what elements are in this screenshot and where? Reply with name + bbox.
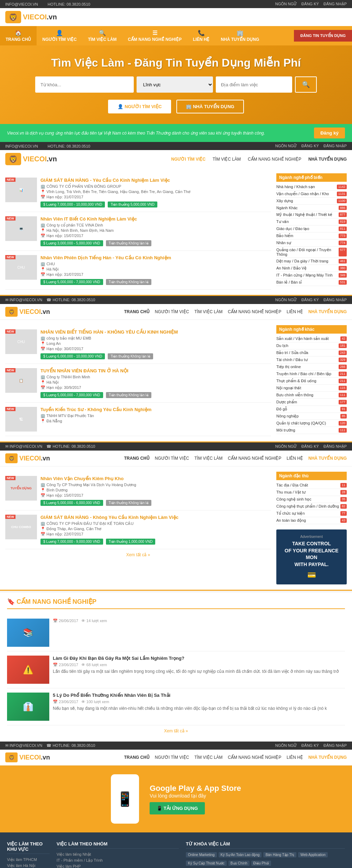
nav-dangtin-button[interactable]: ĐĂNG TIN TUYỂN DỤNG — [294, 30, 352, 42]
nav-lienhe[interactable]: 📞 LIÊN HỆ — [187, 26, 215, 45]
cat-item[interactable]: Công nghệ thực phẩm / Dinh dưỡng82 — [276, 503, 347, 510]
cat-item[interactable]: Tài chính / Đầu tư329 — [276, 356, 347, 364]
h3-timviec[interactable]: TÌM VIỆC LÀM — [194, 309, 222, 314]
login-3[interactable]: ĐĂNG NHẬP — [323, 298, 347, 302]
keyword-tag[interactable]: Bán Hàng Tập Thị — [263, 852, 296, 857]
h4-nguoitimviec[interactable]: NGƯỜI TÌM VIỆC — [155, 456, 189, 461]
h4-timviec[interactable]: TÌM VIỆC LÀM — [194, 456, 222, 461]
h5-lienhe[interactable]: LIÊN HỆ — [287, 755, 303, 760]
cat-item[interactable]: Tiếp thị online266 — [276, 364, 347, 371]
h4-trangchu[interactable]: TRANG CHỦ — [124, 456, 150, 461]
nav-timviec[interactable]: 🔍 TÌM VIỆC LÀM — [82, 26, 122, 45]
h3-camnang[interactable]: CẨM NANG NGHỀ NGHIỆP — [228, 309, 281, 314]
download-button[interactable]: 📱 TẢI ỨNG DỤNG — [150, 802, 205, 814]
nav-trangchu[interactable]: 🏠 TRANG CHỦ — [0, 26, 37, 45]
job-title[interactable]: Tuyển Kiến Trúc Sư - Không Yêu Cầu Kinh … — [40, 407, 271, 412]
language-4[interactable]: NGÔN NGỮ — [275, 444, 297, 448]
h5-nhatuyendung[interactable]: NHÀ TUYỂN DỤNG — [308, 755, 347, 760]
cat-item[interactable]: Bán lẻ / Bán sỉ531 — [276, 279, 347, 286]
login-5[interactable]: ĐĂNG NHẬP — [323, 743, 347, 748]
sec-nav-camnang[interactable]: CẨM NANG NGHỀ NGHIỆP — [248, 157, 301, 162]
cat-item[interactable]: Thực phẩm & Đồ uống211 — [276, 378, 347, 385]
cat-item[interactable]: Thu mua / Vật tư28 — [276, 489, 347, 496]
h4-camnang[interactable]: CẨM NANG NGHỀ NGHIỆP — [228, 456, 281, 461]
h4-lienhe[interactable]: LIÊN HỆ — [287, 456, 303, 461]
cat-item[interactable]: Nội ngoại thất115 — [276, 385, 347, 392]
job-title[interactable]: NHÂN VIÊN BIẾT TIẾNG HÀN - KHÔNG YÊU CẦU… — [40, 329, 271, 335]
login-link-2[interactable]: ĐĂNG NHẬP — [323, 144, 347, 148]
article-title-2[interactable]: Làm Gì Đây Khi Bạn Đã Gây Ra Một Sai Lầm… — [53, 656, 339, 661]
h5-timviec[interactable]: TÌM VIỆC LÀM — [194, 755, 222, 760]
register-link[interactable]: ĐĂNG KÝ — [301, 2, 319, 6]
footer-link[interactable]: Việc làm tiếng Nhật — [57, 852, 179, 857]
cat-item[interactable]: Tổ chức sự kiện77 — [276, 510, 347, 517]
nav-nhatuyendung[interactable]: 🏢 NHÀ TUYỂN DỤNG — [215, 26, 265, 45]
cat-item[interactable]: Đồ gỗ91 — [276, 406, 347, 413]
cat-item[interactable]: Tư vấn819 — [276, 218, 347, 225]
cat-item[interactable]: Xây dựng1100 — [276, 198, 347, 205]
register-5[interactable]: ĐĂNG KÝ — [301, 743, 319, 748]
sec-nav-nhatuyendung[interactable]: NHÀ TUYỂN DỤNG — [308, 157, 347, 162]
cat-item[interactable]: Quản lý chất lượng (QA/QC)120 — [276, 420, 347, 427]
job-title[interactable]: Nhân Viên IT Biết Có Kinh Nghiệm Làm Việ… — [40, 216, 271, 222]
job-title[interactable]: TUYỂN NHÂN VIÊN ĐÁNG TIN Ở HÀ NỘI — [40, 368, 271, 373]
cat-item[interactable]: IT - Phần cứng / Mạng Máy Tính349 — [276, 272, 347, 279]
h3-lienhe[interactable]: LIÊN HỆ — [287, 309, 303, 314]
cat-item[interactable]: Công nghệ sinh học35 — [276, 496, 347, 503]
h3-trangchu[interactable]: TRANG CHỦ — [124, 309, 150, 314]
footer-link[interactable]: Việc làm TPHCM — [7, 857, 50, 862]
cat-item[interactable]: Dược phẩm177 — [276, 399, 347, 406]
cat-item[interactable]: Ngành Khác886 — [276, 205, 347, 211]
language-link-2[interactable]: NGÔN NGỮ — [275, 144, 297, 148]
cat-item[interactable]: Tác địa / Địa Chất11 — [276, 482, 347, 489]
job-title[interactable]: Nhân Viên Vận Chuyển Kiêm Phụ Kho — [40, 476, 271, 481]
keyword-input[interactable] — [35, 76, 134, 93]
career-see-more-link[interactable]: Xem tất cả » — [164, 728, 188, 733]
h3-nguoitimviec[interactable]: NGƯỜI TÌM VIỆC — [155, 309, 189, 314]
cat-item[interactable]: Du lịch181 — [276, 342, 347, 349]
cat-item[interactable]: Bảo hiểm773 — [276, 232, 347, 240]
cat-item[interactable]: Bưu chính viễn thông111 — [276, 392, 347, 399]
language-5[interactable]: NGÔN NGỮ — [275, 743, 297, 748]
cat-item[interactable]: Môi trường111 — [276, 427, 347, 434]
cat-item[interactable]: Sản xuất / Vận hành sản xuất42 — [276, 335, 347, 342]
cat-item[interactable]: An Ninh / Bảo Vệ380 — [276, 265, 347, 272]
job-title[interactable]: GIÁM SÁT BÁN HÀNG - Không Yêu Cầu Kinh N… — [40, 515, 271, 520]
register-4[interactable]: ĐĂNG KÝ — [301, 444, 319, 448]
footer-link[interactable]: Việc làm Hà Nội — [7, 863, 50, 868]
job-title[interactable]: GIÁM SÁT BÁN HÀNG - Yêu Cầu Có Kinh Nghi… — [40, 178, 271, 183]
cat-item[interactable]: Nhân sự774 — [276, 240, 347, 247]
login-link[interactable]: ĐĂNG NHẬP — [323, 2, 347, 6]
field-select[interactable]: Lĩnh vực — [137, 76, 213, 93]
h3-nhatuyendung[interactable]: NHÀ TUYỂN DỤNG — [308, 309, 347, 314]
h4-nhatuyendung[interactable]: NHÀ TUYỂN DỤNG — [308, 456, 347, 461]
nav-nguoitimviec[interactable]: 👤 NGƯỜI TÌM VIỆC — [37, 26, 82, 45]
footer-link[interactable]: Việc làm PHP — [57, 864, 179, 868]
sec-nav-nguoitimviec[interactable]: NGƯỜI TÌM VIỆC — [171, 157, 206, 162]
h5-nguoitimviec[interactable]: NGƯỜI TÌM VIỆC — [155, 755, 189, 760]
language-link[interactable]: NGÔN NGỮ — [275, 2, 297, 6]
keyword-tag[interactable]: Ký Sự An Toàn Lao động — [219, 852, 262, 857]
nha-tuyen-dung-button[interactable]: 🏢 NHÀ TUYỂN DỤNG — [176, 100, 244, 113]
keyword-tag[interactable]: Web Application — [298, 852, 328, 857]
register-3[interactable]: ĐĂNG KÝ — [301, 298, 319, 302]
location-input[interactable] — [216, 76, 292, 93]
keyword-tag[interactable]: Ký Sự Cấp Thoát Nước — [186, 861, 227, 866]
article-title-3[interactable]: 5 Lý Do Phổ Biến Thường Khiến Nhân Viên … — [53, 693, 327, 698]
cat-item[interactable]: Dệt may / Da giày / Thời trang461 — [276, 258, 347, 265]
cat-item[interactable]: An toàn lao động43 — [276, 517, 347, 524]
promo-register-button[interactable]: Đăng ký — [314, 128, 345, 138]
see-more-anchor[interactable]: Xem tất cả » — [126, 552, 150, 557]
keyword-tag[interactable]: Bưu Chính — [228, 861, 250, 866]
cat-item[interactable]: Nhà hàng / Khách sạn1142 — [276, 184, 347, 191]
footer-link[interactable]: IT - Phần mềm / Lập Trình — [57, 858, 179, 863]
keyword-tag[interactable]: Online Marketing — [186, 852, 217, 857]
keyword-tag[interactable]: Điều Phối — [251, 861, 271, 866]
h5-trangchu[interactable]: TRANG CHỦ — [124, 755, 150, 760]
cat-item[interactable]: Nông nghiệp85 — [276, 413, 347, 420]
cat-item[interactable]: Vận chuyển / Giao nhận / Kho1131 — [276, 191, 347, 198]
job-title[interactable]: Nhân Viên Phiên Dịch Tiếng Hàn - Yêu Cầu… — [40, 255, 271, 260]
nav-camnang[interactable]: ☰ CẨM NANG NGHỀ NGHIỆP — [122, 26, 187, 45]
cat-item[interactable]: Mỹ thuật / Nghệ thuật / Thiết kế877 — [276, 211, 347, 218]
cat-item[interactable]: Giáo dục / Đào tạo811 — [276, 225, 347, 232]
